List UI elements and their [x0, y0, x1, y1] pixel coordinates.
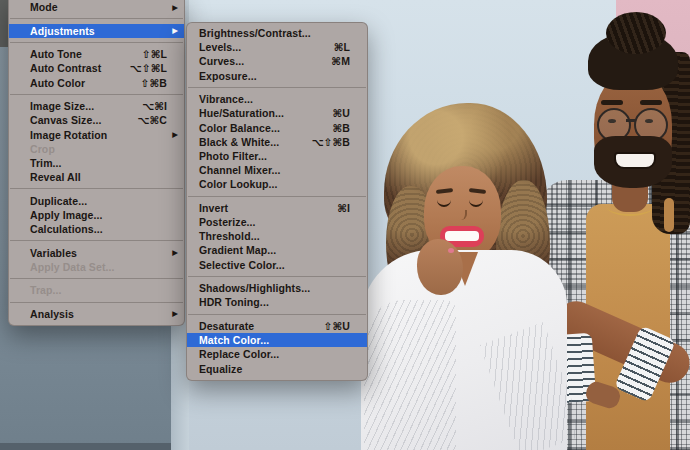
menu-item-label: Threshold...: [199, 230, 260, 242]
menu-item-image-rotation[interactable]: Image Rotation ▶: [9, 127, 184, 141]
menu-item-label: Adjustments: [30, 25, 95, 37]
menu-item-shortcut: ⌘M: [331, 55, 350, 67]
menu-item-label: Photo Filter...: [199, 150, 267, 162]
menu-separator: [10, 240, 183, 241]
menu-item-label: Image Rotation: [30, 129, 107, 141]
menu-item-invert[interactable]: Invert ⌘I ▶: [187, 201, 367, 215]
woman-nail-polish: [448, 248, 454, 253]
menu-item-label: Desaturate: [199, 320, 254, 332]
menu-item-shortcut: ⇧⌘L: [142, 48, 167, 60]
woman-hand-fist: [417, 239, 463, 295]
menu-item-label: Auto Color: [30, 77, 85, 89]
menu-item-duplicate[interactable]: Duplicate... ▶: [9, 194, 184, 208]
menu-item-label: Curves...: [199, 55, 244, 67]
menu-item-replace-color[interactable]: Replace Color... ▶: [187, 347, 367, 361]
menu-item-label: Mode: [30, 1, 58, 13]
menu-item-hue-saturation[interactable]: Hue/Saturation... ⌘U ▶: [187, 106, 367, 120]
menu-item-brightness-contrast[interactable]: Brightness/Contrast... ▶: [187, 26, 367, 40]
submenu-arrow-icon: ▶: [170, 3, 178, 12]
menu-item-label: Apply Data Set...: [30, 261, 115, 273]
man-gold-chain: [607, 198, 653, 216]
menu-separator: [10, 94, 183, 95]
menu-item-label: Calculations...: [30, 223, 103, 235]
menu-item-levels[interactable]: Levels... ⌘L ▶: [187, 40, 367, 54]
menu-item-shortcut: ⌘L: [334, 41, 350, 53]
menu-item-shortcut: ⌥⇧⌘B: [311, 136, 350, 148]
menu-item-shadows-highlights[interactable]: Shadows/Highlights... ▶: [187, 281, 367, 295]
menu-item-channel-mixer[interactable]: Channel Mixer... ▶: [187, 163, 367, 177]
menu-item-gradient-map[interactable]: Gradient Map... ▶: [187, 243, 367, 257]
menu-item-label: Analysis: [30, 308, 74, 320]
menu-item-label: Canvas Size...: [30, 114, 101, 126]
menu-item-label: Replace Color...: [199, 348, 279, 360]
image-menu-panel: Mode ▶ Adjustments ▶ Auto Tone ⇧⌘L ▶ Aut…: [8, 0, 185, 326]
menu-item-auto-color[interactable]: Auto Color ⇧⌘B ▶: [9, 76, 184, 90]
menu-item-auto-contrast[interactable]: Auto Contrast ⌥⇧⌘L ▶: [9, 61, 184, 75]
menu-item-label: Match Color...: [199, 334, 269, 346]
menu-item-label: Shadows/Highlights...: [199, 282, 310, 294]
menu-separator: [188, 314, 366, 315]
menu-item-label: Color Lookup...: [199, 178, 278, 190]
menu-separator: [10, 188, 183, 189]
menu-item-exposure[interactable]: Exposure... ▶: [187, 69, 367, 83]
menu-item-label: Trim...: [30, 157, 62, 169]
menu-item-calculations[interactable]: Calculations... ▶: [9, 222, 184, 236]
menu-separator: [10, 278, 183, 279]
menu-item-label: Levels...: [199, 41, 241, 53]
menu-item-match-color[interactable]: Match Color... ▶: [187, 333, 367, 347]
menu-item-label: Hue/Saturation...: [199, 107, 284, 119]
menu-separator: [10, 18, 183, 19]
menu-item-label: Trap...: [30, 284, 62, 296]
menu-item-hdr-toning[interactable]: HDR Toning... ▶: [187, 295, 367, 309]
menu-item-label: Gradient Map...: [199, 244, 276, 256]
menu-item-trim[interactable]: Trim... ▶: [9, 156, 184, 170]
menu-item-label: Crop: [30, 143, 55, 155]
menu-item-selective-color[interactable]: Selective Color... ▶: [187, 258, 367, 272]
menu-item-shortcut: ⇧⌘U: [324, 320, 350, 332]
man-glasses-bridge: [626, 119, 636, 122]
menu-item-label: Duplicate...: [30, 195, 87, 207]
man-eyebrow-right: [640, 100, 662, 105]
menu-item-label: Vibrance...: [199, 93, 253, 105]
menu-item-label: Auto Tone: [30, 48, 82, 60]
menu-item-mode[interactable]: Mode ▶: [9, 0, 184, 14]
menu-item-analysis[interactable]: Analysis ▶: [9, 307, 184, 321]
menu-item-color-lookup[interactable]: Color Lookup... ▶: [187, 177, 367, 191]
menu-item-adjustments[interactable]: Adjustments ▶: [9, 24, 184, 38]
menu-item-auto-tone[interactable]: Auto Tone ⇧⌘L ▶: [9, 47, 184, 61]
menu-item-label: Channel Mixer...: [199, 164, 281, 176]
menu-item-shortcut: ⌥⌘I: [142, 100, 167, 112]
menu-item-desaturate[interactable]: Desaturate ⇧⌘U ▶: [187, 319, 367, 333]
menu-item-label: HDR Toning...: [199, 296, 269, 308]
menu-item-photo-filter[interactable]: Photo Filter... ▶: [187, 149, 367, 163]
menu-item-crop: Crop ▶: [9, 142, 184, 156]
menu-item-curves[interactable]: Curves... ⌘M ▶: [187, 54, 367, 68]
menu-item-label: Auto Contrast: [30, 62, 101, 74]
man-hair-bun: [606, 12, 666, 54]
menu-item-apply-image[interactable]: Apply Image... ▶: [9, 208, 184, 222]
submenu-arrow-icon: ▶: [170, 26, 178, 35]
menu-item-shortcut: ⌥⇧⌘L: [130, 62, 167, 74]
menu-item-black-white[interactable]: Black & White... ⌥⇧⌘B ▶: [187, 135, 367, 149]
menu-separator: [10, 302, 183, 303]
menu-item-shortcut: ⇧⌘B: [141, 77, 167, 89]
man-dreadlock-gold-tip: [664, 198, 674, 232]
menu-item-reveal-all[interactable]: Reveal All ▶: [9, 170, 184, 184]
menu-separator: [188, 276, 366, 277]
menu-item-color-balance[interactable]: Color Balance... ⌘B ▶: [187, 121, 367, 135]
menu-separator: [188, 87, 366, 88]
menu-separator: [188, 196, 366, 197]
menu-item-image-size[interactable]: Image Size... ⌥⌘I ▶: [9, 99, 184, 113]
submenu-arrow-icon: ▶: [170, 130, 178, 139]
menu-item-equalize[interactable]: Equalize ▶: [187, 361, 367, 375]
photoshop-canvas: Mode ▶ Adjustments ▶ Auto Tone ⇧⌘L ▶ Aut…: [0, 0, 690, 450]
menu-item-vibrance[interactable]: Vibrance... ▶: [187, 92, 367, 106]
menu-item-apply-data-set: Apply Data Set... ▶: [9, 260, 184, 274]
menu-item-posterize[interactable]: Posterize... ▶: [187, 215, 367, 229]
menu-item-label: Exposure...: [199, 70, 257, 82]
menu-item-label: Posterize...: [199, 216, 256, 228]
menu-item-variables[interactable]: Variables ▶: [9, 246, 184, 260]
menu-item-threshold[interactable]: Threshold... ▶: [187, 229, 367, 243]
menu-item-canvas-size[interactable]: Canvas Size... ⌥⌘C ▶: [9, 113, 184, 127]
menu-item-label: Equalize: [199, 363, 242, 375]
